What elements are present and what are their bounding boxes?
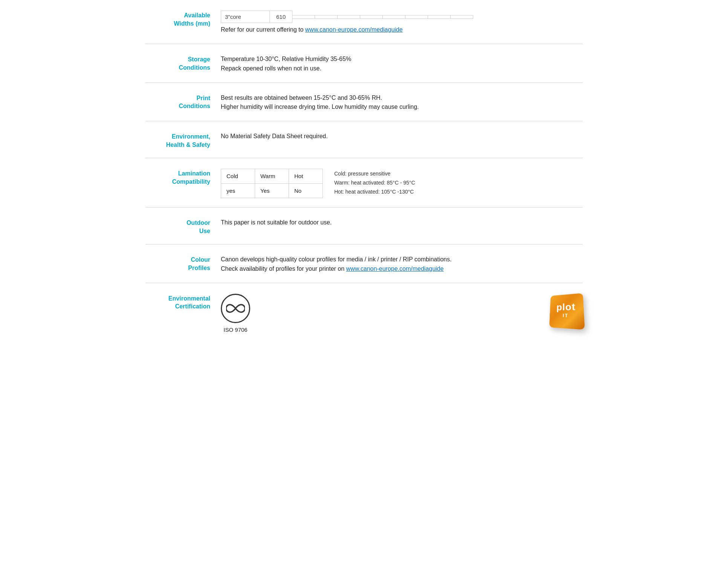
page-container: AvailableWidths (mm)3"core610Refer for o… (138, 0, 590, 343)
row-outdoor-use: OutdoorUseThis paper is not suitable for… (145, 207, 583, 244)
text-line: No Material Safety Data Sheet required. (221, 132, 583, 141)
label-colour-profiles: ColourProfiles (145, 255, 221, 272)
text-line: Repack opened rolls when not in use. (221, 64, 583, 73)
width-cell-7 (405, 15, 428, 19)
infinity-svg (226, 303, 245, 314)
row-lamination-compatibility: LaminationCompatibilityColdWarmHotyesYes… (145, 158, 583, 207)
lam-header-cell: Cold (221, 169, 255, 183)
row-storage-conditions: StorageConditionsTemperature 10-30°C, Re… (145, 44, 583, 83)
label-environment-health-safety: Environment,Health & Safety (145, 132, 221, 149)
text-line: This paper is not suitable for outdoor u… (221, 218, 583, 227)
width-cell-8 (428, 15, 451, 19)
certification-content: ISO 9706plotIT (221, 294, 583, 334)
content-outdoor-use: This paper is not suitable for outdoor u… (221, 218, 583, 227)
label-environmental-certification: EnvironmentalCertification (145, 294, 221, 311)
lam-header-cell: Hot (289, 169, 323, 183)
row-environment-health-safety: Environment,Health & SafetyNo Material S… (145, 121, 583, 158)
colour-profiles-line2: Check availability of profiles for your … (221, 264, 583, 274)
width-cell-6 (383, 15, 405, 19)
width-cell-9 (451, 15, 473, 19)
colour-profiles-link[interactable]: www.canon-europe.com/mediaguide (346, 265, 444, 272)
row-environmental-certification: EnvironmentalCertification ISO 9706plotI… (145, 283, 583, 343)
content-environmental-certification: ISO 9706plotIT (221, 294, 583, 334)
label-available-widths: AvailableWidths (mm) (145, 11, 221, 27)
row-colour-profiles: ColourProfilesCanon develops high-qualit… (145, 244, 583, 283)
width-cell-0: 3"core (221, 11, 270, 23)
iso-label: ISO 9706 (223, 325, 247, 334)
label-outdoor-use: OutdoorUse (145, 218, 221, 235)
content-lamination-compatibility: ColdWarmHotyesYesNoCold: pressure sensit… (221, 169, 583, 198)
width-cell-2 (292, 15, 315, 19)
lam-value-cell: No (289, 184, 323, 198)
plotit-text-it: IT (563, 312, 569, 320)
lam-header-cell: Warm (255, 169, 289, 183)
lam-note-line: Hot: heat activated: 105°C -130°C (334, 188, 415, 197)
text-line: Best results are obtained between 15-25°… (221, 93, 583, 103)
text-line: Temperature 10-30°C, Relative Humidity 3… (221, 55, 583, 64)
plotit-logo: plotIT (549, 293, 585, 330)
lam-value-cell: yes (221, 184, 255, 198)
content-available-widths: 3"core610Refer for our current offering … (221, 11, 583, 35)
lamination-notes: Cold: pressure sensitiveWarm: heat activ… (334, 169, 415, 196)
label-lamination-compatibility: LaminationCompatibility (145, 169, 221, 186)
plotit-text-plot: plot (556, 302, 575, 312)
lamination-table: ColdWarmHotyesYesNoCold: pressure sensit… (221, 169, 583, 198)
width-link[interactable]: www.canon-europe.com/mediaguide (305, 26, 403, 33)
width-cell-1: 610 (270, 11, 292, 23)
width-cells-row: 3"core610 (221, 11, 583, 23)
text-line: Higher humidity will increase drying tim… (221, 102, 583, 112)
content-colour-profiles: Canon develops high-quality colour profi… (221, 255, 583, 274)
infinity-icon (221, 294, 250, 323)
row-available-widths: AvailableWidths (mm)3"core610Refer for o… (145, 0, 583, 44)
content-environment-health-safety: No Material Safety Data Sheet required. (221, 132, 583, 141)
lam-note-line: Cold: pressure sensitive (334, 169, 415, 178)
width-cell-3 (315, 15, 338, 19)
lam-note-line: Warm: heat activated: 85°C - 95°C (334, 178, 415, 188)
width-cell-4 (338, 15, 360, 19)
width-cell-5 (360, 15, 383, 19)
content-storage-conditions: Temperature 10-30°C, Relative Humidity 3… (221, 55, 583, 73)
content-print-conditions: Best results are obtained between 15-25°… (221, 93, 583, 112)
width-note: Refer for our current offering to www.ca… (221, 25, 583, 35)
iso-badge: ISO 9706 (221, 294, 250, 334)
label-storage-conditions: StorageConditions (145, 55, 221, 72)
label-print-conditions: PrintConditions (145, 93, 221, 110)
lamination-grid: ColdWarmHotyesYesNo (221, 169, 323, 198)
row-print-conditions: PrintConditionsBest results are obtained… (145, 83, 583, 122)
colour-profiles-line1: Canon develops high-quality colour profi… (221, 255, 583, 264)
lam-value-cell: Yes (255, 184, 289, 198)
